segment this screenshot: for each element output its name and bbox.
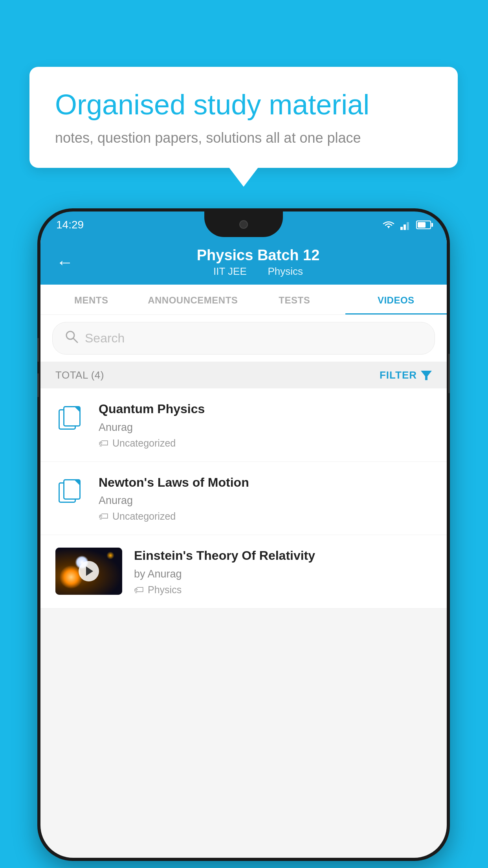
tab-videos[interactable]: VIDEOS [345,285,447,314]
tag-label: Physics [148,584,182,596]
status-icons [382,220,431,230]
bubble-subtitle: notes, question papers, solutions all at… [55,130,432,146]
tag-icon: 🏷 [99,511,108,522]
tag-label: Uncategorized [112,511,176,522]
power-button [448,354,450,393]
tag-label: Uncategorized [112,438,176,449]
video-author: Anurag [99,421,432,434]
filter-label: FILTER [380,369,417,381]
search-icon [64,329,79,347]
video-info: Einstein's Theory Of Relativity by Anura… [134,548,432,596]
search-input-wrap[interactable]: Search [52,322,435,355]
filter-button[interactable]: FILTER [380,369,432,381]
video-tag: 🏷 Uncategorized [99,438,432,449]
svg-line-4 [73,338,77,342]
video-tag: 🏷 Physics [134,584,432,596]
wifi-icon [382,220,396,230]
back-button[interactable]: ← [56,252,73,272]
header-center: Physics Batch 12 IIT JEE Physics [85,247,431,278]
tab-tests[interactable]: TESTS [244,285,345,314]
svg-marker-5 [421,371,432,380]
file-stack-icon [59,406,84,432]
app-screen: ← Physics Batch 12 IIT JEE Physics MENTS… [40,238,447,858]
header-subtitle: IIT JEE Physics [85,265,431,278]
tag-icon: 🏷 [99,438,108,449]
signal-icon [400,220,411,230]
video-title: Quantum Physics [99,401,432,417]
video-thumbnail [55,548,122,595]
video-info: Newton's Laws of Motion Anurag 🏷 Uncateg… [99,474,432,522]
search-placeholder: Search [85,331,125,346]
phone-frame: 14:29 [37,208,450,861]
file-stack-icon [59,479,84,505]
header-title: Physics Batch 12 [85,247,431,264]
volume-down-button [37,373,39,397]
file-front [63,406,81,427]
video-info: Quantum Physics Anurag 🏷 Uncategorized [99,401,432,449]
svg-rect-0 [400,227,403,230]
speech-bubble: Organised study material notes, question… [29,67,458,168]
bubble-title: Organised study material [55,88,432,121]
search-bar: Search [40,315,447,362]
header-subtitle-left: IIT JEE [213,265,247,277]
tab-ments[interactable]: MENTS [40,285,142,314]
file-icon-wrap [55,474,87,510]
filter-icon [421,371,432,380]
battery-fill [418,222,426,228]
tab-announcements[interactable]: ANNOUNCEMENTS [142,285,244,314]
phone-inner: 14:29 [40,211,447,858]
cosmos-star3 [106,552,114,559]
tag-icon: 🏷 [134,584,144,596]
video-title: Newton's Laws of Motion [99,474,432,491]
file-front [63,479,81,500]
list-item[interactable]: Newton's Laws of Motion Anurag 🏷 Uncateg… [40,462,447,535]
video-tag: 🏷 Uncategorized [99,511,432,522]
video-author: Anurag [99,495,432,507]
camera [239,220,248,229]
file-icon-wrap [55,401,87,436]
video-title: Einstein's Theory Of Relativity [134,548,432,564]
filter-bar: TOTAL (4) FILTER [40,362,447,388]
battery-icon [416,221,431,229]
svg-rect-1 [404,224,406,230]
list-item[interactable]: Einstein's Theory Of Relativity by Anura… [40,535,447,609]
svg-rect-2 [407,222,409,230]
volume-up-button [37,338,39,362]
video-list: Quantum Physics Anurag 🏷 Uncategorized [40,388,447,609]
header-subtitle-sep [256,265,259,277]
play-triangle-icon [86,566,93,576]
header-subtitle-right: Physics [268,265,303,277]
app-header: ← Physics Batch 12 IIT JEE Physics [40,238,447,285]
play-button[interactable] [79,561,99,581]
video-author: by Anurag [134,568,432,580]
status-time: 14:29 [56,219,84,231]
list-item[interactable]: Quantum Physics Anurag 🏷 Uncategorized [40,388,447,462]
total-count: TOTAL (4) [55,369,104,381]
notch [204,211,283,237]
tabs-bar: MENTS ANNOUNCEMENTS TESTS VIDEOS [40,285,447,315]
